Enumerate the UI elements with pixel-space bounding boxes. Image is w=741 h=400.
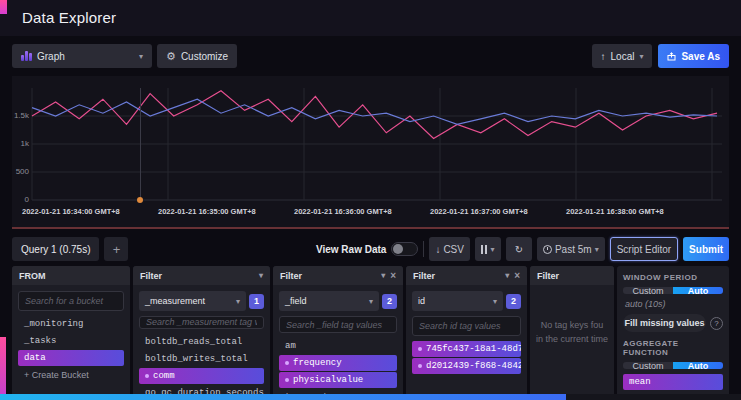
selected-count-badge: 1 <box>249 294 264 309</box>
filter-panel-empty: Filter No tag keys fou in the current ti… <box>530 266 614 400</box>
chevron-down-icon: ▾ <box>490 245 494 254</box>
chart-hover-dot <box>137 197 143 203</box>
chevron-down-icon: ▾ <box>639 52 643 61</box>
filter-panel-field: Filter ▾ × _field ▾ 2 am frequency phys <box>273 266 403 400</box>
list-item[interactable]: mean <box>623 374 723 390</box>
chevron-down-icon[interactable]: ▾ <box>381 271 385 280</box>
y-axis-tick: 1k <box>12 139 29 148</box>
id-search-input[interactable] <box>412 316 521 336</box>
x-axis-tick: 2022-01-21 16:34:00 GMT+8 <box>22 207 120 216</box>
query-bar: Query 1 (0.75s) + View Raw Data ↓ CSV ▾ … <box>12 236 729 262</box>
pause-icon <box>481 245 487 254</box>
y-axis-tick: 0 <box>12 195 29 204</box>
pause-dropdown-button[interactable]: ▾ <box>475 237 501 261</box>
list-item[interactable]: _tasks <box>18 333 124 349</box>
bucket-search-input[interactable] <box>18 291 124 311</box>
filter-panel-header[interactable]: Filter <box>530 266 614 285</box>
page-title: Data Explorer <box>22 9 116 26</box>
toggle-knob <box>393 244 403 254</box>
from-panel-header: FROM <box>12 266 130 285</box>
chevron-down-icon: ▾ <box>236 297 240 306</box>
list-item[interactable]: go_gc_duration_seconds <box>139 385 264 394</box>
add-query-button[interactable]: + <box>104 237 128 261</box>
selected-dot <box>285 378 289 382</box>
scrollbar-corner-accent <box>0 0 7 14</box>
aggregate-mode-toggle: Custom Auto <box>623 362 723 369</box>
local-dropdown[interactable]: ↑ Local ▾ <box>592 44 653 68</box>
aggregate-auto-button[interactable]: Auto <box>673 362 723 369</box>
x-axis-tick: 2022-01-21 16:37:00 GMT+8 <box>430 207 528 216</box>
refresh-icon: ↻ <box>515 244 523 255</box>
clock-icon <box>543 245 552 254</box>
chevron-down-icon[interactable]: ▾ <box>259 271 263 280</box>
aggregate-custom-button[interactable]: Custom <box>623 362 673 369</box>
view-toolbar: Graph ▾ ⚙ Customize ↑ Local ▾ Save As <box>12 44 729 68</box>
page-header: Data Explorer <box>0 0 741 36</box>
bucket-list: _monitoring _tasks data + Create Bucket <box>18 316 124 383</box>
download-csv-button[interactable]: ↓ CSV <box>429 237 470 261</box>
window-period-mode-toggle: Custom Auto <box>623 287 723 294</box>
list-item[interactable]: physicalvalue <box>279 372 397 388</box>
x-axis-tick: 2022-01-21 16:38:00 GMT+8 <box>566 207 664 216</box>
window-auto-button[interactable]: Auto <box>673 287 723 294</box>
selected-dot <box>285 361 289 365</box>
view-raw-data-label: View Raw Data <box>316 244 386 255</box>
list-item[interactable]: d2012439-f868-4842-bfef-8… <box>412 358 521 374</box>
selected-dot <box>145 374 149 378</box>
horizontal-scrollbar-thumb[interactable] <box>0 394 566 400</box>
view-raw-data-toggle[interactable] <box>391 242 418 256</box>
measurement-list: boltdb_reads_total boltdb_writes_total c… <box>139 334 264 394</box>
create-bucket-button[interactable]: + Create Bucket <box>18 367 124 383</box>
tag-key-dropdown[interactable]: _field ▾ <box>279 291 379 311</box>
filter-panel-header[interactable]: Filter ▾ × <box>273 266 403 285</box>
filter-panel-header[interactable]: Filter ▾ <box>133 266 270 285</box>
refresh-button[interactable]: ↻ <box>506 237 532 261</box>
window-period-label: WINDOW PERIOD <box>623 273 723 282</box>
help-icon[interactable]: ? <box>710 317 723 330</box>
close-icon[interactable]: × <box>390 270 396 281</box>
script-editor-button[interactable]: Script Editor <box>610 237 678 261</box>
customize-button[interactable]: ⚙ Customize <box>157 44 237 68</box>
no-tag-keys-message: No tag keys fou in the current time <box>536 319 608 346</box>
list-item[interactable]: data <box>18 350 124 366</box>
submit-button[interactable]: Submit <box>683 237 729 261</box>
chart-crosshair <box>140 88 141 200</box>
list-item[interactable]: boltdb_reads_total <box>139 334 264 350</box>
selected-dot <box>418 347 422 351</box>
chart-panel[interactable]: 1.5k 1k 500 0 2022-01-21 16:34:00 GMT+8 … <box>12 76 729 229</box>
save-as-button[interactable]: Save As <box>658 44 729 68</box>
list-item[interactable]: am <box>279 338 397 354</box>
x-axis-tick: 2022-01-21 16:36:00 GMT+8 <box>294 207 392 216</box>
list-item[interactable]: _monitoring <box>18 316 124 332</box>
chevron-down-icon: ▾ <box>139 52 143 61</box>
id-list: 745fc437-18a1-48d7-98a6-7… d2012439-f868… <box>412 341 521 374</box>
aggregate-function-list: mean median last <box>623 374 723 394</box>
arrow-up-icon: ↑ <box>601 51 606 62</box>
options-panel: WINDOW PERIOD Custom Auto auto (10s) Fil… <box>617 266 729 400</box>
time-range-dropdown[interactable]: Past 5m ▾ <box>537 237 605 261</box>
measurement-search-input[interactable] <box>139 316 264 329</box>
export-icon <box>667 52 676 61</box>
vertical-scrollbar-thumb[interactable] <box>0 337 6 400</box>
download-icon: ↓ <box>435 244 440 255</box>
window-custom-button[interactable]: Custom <box>623 287 673 294</box>
view-type-label: Graph <box>37 51 65 62</box>
field-search-input[interactable] <box>279 316 397 333</box>
tag-key-dropdown[interactable]: id ▾ <box>412 291 503 311</box>
view-type-dropdown[interactable]: Graph ▾ <box>12 44 152 68</box>
close-icon[interactable]: × <box>514 270 520 281</box>
field-list: am frequency physicalvalue temperature <box>279 338 397 394</box>
y-axis-tick: 500 <box>12 167 29 176</box>
chevron-down-icon: ▾ <box>369 297 373 306</box>
query-builder: FROM _monitoring _tasks data + Create Bu… <box>12 266 729 400</box>
list-item[interactable]: boltdb_writes_total <box>139 351 264 367</box>
query-tab[interactable]: Query 1 (0.75s) <box>12 237 99 261</box>
horizontal-scrollbar-track[interactable] <box>0 394 741 400</box>
list-item[interactable]: frequency <box>279 355 397 371</box>
fill-missing-values-toggle[interactable]: Fill missing values <box>623 314 706 332</box>
list-item[interactable]: 745fc437-18a1-48d7-98a6-7… <box>412 341 521 357</box>
list-item[interactable]: comm <box>139 368 264 384</box>
chevron-down-icon[interactable]: ▾ <box>505 271 509 280</box>
tag-key-dropdown[interactable]: _measurement ▾ <box>139 291 246 311</box>
filter-panel-header[interactable]: Filter ▾ × <box>406 266 527 285</box>
